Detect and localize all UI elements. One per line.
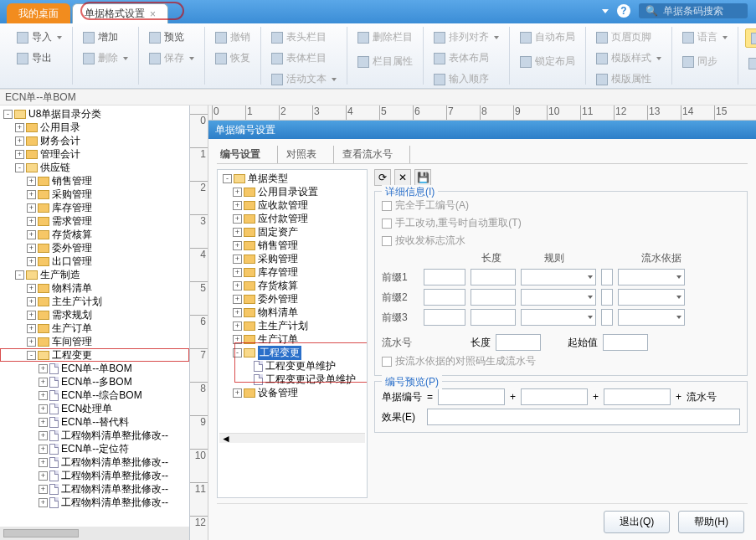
expand-icon[interactable]: + — [233, 295, 242, 304]
expand-icon[interactable]: + — [39, 364, 48, 373]
auto-layout-button[interactable]: 自动布局 — [517, 28, 579, 46]
expand-icon[interactable]: + — [233, 228, 242, 237]
expand-icon[interactable]: + — [233, 188, 242, 197]
expand-icon[interactable]: + — [39, 391, 48, 400]
expand-icon[interactable]: + — [39, 498, 48, 507]
tree-row[interactable]: +设备管理 — [219, 386, 365, 399]
left-tree[interactable]: -U8单据目录分类+公用目录+财务会计+管理会计-供应链+销售管理+采购管理+库… — [0, 105, 189, 527]
tree-row[interactable]: -生产制造 — [0, 268, 189, 281]
col-prop-button[interactable]: 栏目属性 — [354, 53, 416, 70]
prefix3-rule[interactable] — [521, 309, 596, 326]
tree-row[interactable]: +公用目录 — [0, 121, 189, 134]
tree-row[interactable]: +工程物料清单整批修改-- — [0, 482, 189, 496]
tree-row[interactable]: +公用目录设置 — [219, 185, 365, 198]
header-footer-button[interactable]: 页眉页脚 — [593, 28, 665, 46]
tree-row[interactable]: +固定资产 — [219, 225, 365, 239]
scrollbar-thumb[interactable] — [3, 529, 79, 537]
tree-row[interactable]: +工程物料清单整批修改-- — [0, 455, 189, 469]
expand-icon[interactable] — [243, 362, 252, 371]
expand-icon[interactable]: + — [233, 335, 242, 344]
del-col-button[interactable]: 删除栏目 — [354, 28, 416, 46]
tree-row[interactable]: +主生产计划 — [0, 295, 189, 308]
tree-row[interactable]: +ECN处理单 — [0, 402, 189, 415]
undo-button[interactable]: 撤销 — [212, 28, 254, 46]
delete-icon[interactable]: ✕ — [394, 169, 411, 186]
expand-icon[interactable]: - — [27, 351, 36, 360]
expand-icon[interactable]: + — [233, 321, 242, 331]
header-col-button[interactable]: 表头栏目 — [268, 28, 340, 46]
prefix3-chk[interactable] — [601, 309, 613, 326]
dialog-tree-panel[interactable]: -单据类型+公用目录设置+应收款管理+应付款管理+固定资产+销售管理+采购管理+… — [217, 169, 368, 498]
expand-icon[interactable]: + — [233, 281, 242, 291]
expand-icon[interactable]: - — [233, 348, 242, 357]
search-box[interactable]: 🔍 — [639, 3, 748, 18]
tree-row[interactable]: +采购管理 — [219, 252, 365, 265]
serial-start[interactable] — [603, 334, 648, 351]
align-button[interactable]: 排列对齐 — [430, 28, 502, 46]
tree-row[interactable]: 工程变更单维护 — [219, 359, 365, 373]
expand-icon[interactable]: + — [39, 418, 48, 427]
import-button[interactable]: 导入 — [13, 28, 65, 46]
tree-row[interactable]: -U8单据目录分类 — [0, 107, 189, 121]
prefix1-value[interactable] — [424, 269, 465, 285]
tree-row[interactable]: +存货核算 — [219, 279, 365, 292]
serial-len[interactable] — [496, 334, 541, 351]
close-icon[interactable]: × — [150, 8, 156, 20]
chk-by-flag[interactable]: 按收发标志流水 — [382, 232, 740, 249]
help-icon[interactable]: ? — [617, 4, 630, 18]
chk-by-compare[interactable]: 按流水依据的对照码生成流水号 — [382, 352, 740, 370]
tree-row[interactable]: -工程变更 — [0, 348, 189, 362]
expand-icon[interactable] — [243, 375, 252, 384]
expand-icon[interactable]: - — [3, 110, 13, 119]
expand-icon[interactable]: + — [27, 230, 36, 239]
exit-button[interactable]: 退出(Q) — [604, 511, 670, 533]
input-order-button[interactable]: 输入顺序 — [430, 70, 502, 88]
tree-row[interactable]: +ECN单--替代料 — [0, 415, 189, 429]
preview-button[interactable]: 预览 — [146, 28, 198, 46]
tpl-style-button[interactable]: 模版样式 — [593, 49, 665, 67]
expand-icon[interactable]: + — [27, 284, 36, 293]
expand-icon[interactable]: + — [39, 378, 48, 387]
expand-icon[interactable]: + — [27, 311, 36, 320]
tree-row[interactable]: +应付款管理 — [219, 212, 365, 225]
chk-auto-retake[interactable]: 手工改动,重号时自动重取(T) — [382, 214, 740, 232]
expand-icon[interactable]: + — [233, 308, 242, 317]
expand-icon[interactable]: + — [27, 177, 36, 186]
tree-row[interactable]: +委外管理 — [219, 292, 365, 306]
tree-row[interactable]: +销售管理 — [0, 174, 189, 188]
expand-icon[interactable]: + — [233, 255, 242, 264]
tree-row[interactable]: -单据类型 — [219, 172, 365, 185]
tree-row[interactable]: +工程物料清单整批修改-- — [0, 496, 189, 509]
tree-row[interactable]: +ECN单--多BOM — [0, 375, 189, 388]
lang-button[interactable]: 语言 — [679, 28, 731, 46]
expand-icon[interactable]: + — [27, 190, 36, 199]
expand-icon[interactable]: + — [233, 214, 242, 224]
body-layout-button[interactable]: 表体布局 — [430, 49, 502, 67]
search-input[interactable] — [663, 5, 741, 17]
prefix3-basis[interactable] — [618, 309, 685, 326]
tree-row[interactable]: +采购管理 — [0, 188, 189, 201]
tpl-prop-button[interactable]: 模版属性 — [593, 70, 665, 88]
expand-icon[interactable]: + — [15, 150, 24, 159]
expand-icon[interactable]: + — [27, 324, 36, 333]
tree-row[interactable]: +管理会计 — [0, 147, 189, 161]
dialog-tab-compare[interactable]: 对照表 — [277, 146, 320, 163]
expand-icon[interactable]: + — [27, 297, 36, 306]
sync-button[interactable]: 同步 — [679, 53, 731, 70]
save-icon[interactable]: 💾 — [414, 169, 431, 186]
expand-icon[interactable]: - — [223, 174, 232, 183]
expand-icon[interactable]: + — [233, 241, 242, 250]
expand-icon[interactable]: + — [39, 485, 48, 494]
expand-icon[interactable]: + — [233, 268, 242, 277]
tab-desktop[interactable]: 我的桌面 — [7, 3, 70, 23]
tree-row[interactable]: +需求管理 — [0, 214, 189, 228]
horizontal-scrollbar[interactable] — [0, 527, 189, 540]
tree-row[interactable]: +工程物料清单整批修改-- — [0, 469, 189, 482]
expand-icon[interactable]: + — [27, 244, 36, 253]
expand-icon[interactable]: + — [15, 136, 24, 146]
add-button[interactable]: 增加 — [80, 28, 131, 46]
expand-icon[interactable]: + — [233, 201, 242, 210]
prefix2-basis[interactable] — [618, 289, 685, 306]
tree-row[interactable]: +ECN单--综合BOM — [0, 388, 189, 402]
tree-row[interactable]: +出口管理 — [0, 255, 189, 268]
